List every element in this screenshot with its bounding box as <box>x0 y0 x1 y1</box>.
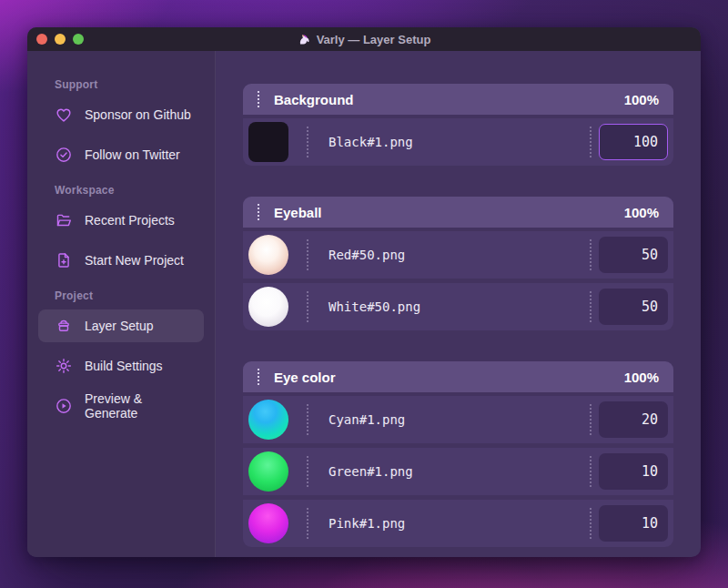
layer-filename: Green#1.png <box>329 464 590 479</box>
drag-handle-icon[interactable] <box>258 369 259 385</box>
verified-badge-icon <box>55 146 73 164</box>
layer-thumbnail-pink-sphere <box>248 503 288 543</box>
window-title: Varly — Layer Setup <box>27 33 701 46</box>
layer-group-eye-color: Eye color 100% Cyan#1.png Green#1.png <box>243 361 673 547</box>
sidebar-item-label: Start New Project <box>85 253 184 268</box>
app-window: Varly — Layer Setup Support Sponsor on G… <box>27 27 701 557</box>
layer-filename: Pink#1.png <box>329 516 590 531</box>
dotted-divider <box>590 404 592 435</box>
dotted-divider <box>590 508 592 539</box>
dotted-divider <box>307 404 308 435</box>
heart-icon <box>55 106 73 124</box>
sidebar-item-label: Layer Setup <box>85 319 154 333</box>
group-title: Eye color <box>274 370 336 385</box>
group-opacity: 100% <box>624 205 659 220</box>
group-opacity: 100% <box>624 92 659 107</box>
layer-filename: Red#50.png <box>329 248 590 262</box>
layer-weight-input[interactable] <box>599 453 668 490</box>
layer-filename: Black#1.png <box>329 135 590 149</box>
layer-row[interactable]: White#50.png <box>243 283 673 330</box>
sidebar-item-recent-projects[interactable]: Recent Projects <box>38 204 204 237</box>
sidebar-item-build-settings[interactable]: Build Settings <box>38 350 204 382</box>
folder-open-icon <box>55 211 73 229</box>
window-title-text: Varly — Layer Setup <box>317 33 431 46</box>
zoom-button[interactable] <box>73 34 84 45</box>
group-title: Background <box>274 92 354 107</box>
dotted-divider <box>590 239 592 270</box>
sidebar-section-workspace: Workspace <box>38 184 204 197</box>
layer-weight-input[interactable] <box>599 401 668 438</box>
layer-thumbnail-white-sphere <box>248 287 288 327</box>
dotted-divider <box>307 127 308 157</box>
sidebar-item-preview-generate[interactable]: Preview & Generate <box>38 390 204 422</box>
layer-row[interactable]: Black#1.png <box>243 118 673 166</box>
layer-filename: White#50.png <box>329 299 590 314</box>
layer-row[interactable]: Cyan#1.png <box>243 396 673 443</box>
sidebar-item-label: Recent Projects <box>85 213 175 228</box>
dotted-divider <box>307 239 308 270</box>
layer-row[interactable]: Red#50.png <box>243 231 673 279</box>
layer-group-background: Background 100% Black#1.png <box>243 84 673 166</box>
desktop-wallpaper: Varly — Layer Setup Support Sponsor on G… <box>0 0 728 588</box>
layer-weight-input[interactable] <box>599 124 668 160</box>
group-header[interactable]: Background 100% <box>243 84 673 115</box>
layer-filename: Cyan#1.png <box>329 412 590 427</box>
layer-thumbnail-black <box>248 122 288 162</box>
layer-row[interactable]: Pink#1.png <box>243 500 673 547</box>
layer-row[interactable]: Green#1.png <box>243 448 673 495</box>
sidebar-item-label: Sponsor on Github <box>85 107 191 122</box>
close-button[interactable] <box>36 34 47 45</box>
sidebar-item-label: Preview & Generate <box>85 391 195 421</box>
minimize-button[interactable] <box>55 34 66 45</box>
layer-thumbnail-red-sphere <box>248 235 288 275</box>
layer-thumbnail-cyan-sphere <box>248 400 288 440</box>
dotted-divider <box>590 291 592 322</box>
drag-handle-icon[interactable] <box>258 204 259 220</box>
group-header[interactable]: Eyeball 100% <box>243 197 673 228</box>
drag-handle-icon[interactable] <box>258 91 259 107</box>
sidebar-item-start-new-project[interactable]: Start New Project <box>38 244 204 277</box>
layers-panel: Background 100% Black#1.png Eyeball <box>216 51 701 557</box>
layer-weight-input[interactable] <box>599 289 668 325</box>
sidebar-section-project: Project <box>38 289 204 302</box>
sidebar-item-follow-twitter[interactable]: Follow on Twitter <box>38 138 204 171</box>
layer-thumbnail-green-sphere <box>248 451 288 492</box>
dotted-divider <box>590 456 592 487</box>
group-title: Eyeball <box>274 205 322 220</box>
layer-group-eyeball: Eyeball 100% Red#50.png White#50.png <box>243 197 673 330</box>
dotted-divider <box>590 127 592 157</box>
layers-archive-icon <box>55 317 73 335</box>
sidebar-item-label: Build Settings <box>85 359 163 373</box>
traffic-lights <box>36 34 84 45</box>
dotted-divider <box>307 456 308 487</box>
sidebar-section-support: Support <box>38 78 204 91</box>
gear-icon <box>55 357 73 375</box>
dotted-divider <box>307 508 308 539</box>
dotted-divider <box>307 291 308 322</box>
file-plus-icon <box>55 251 73 269</box>
unicorn-app-icon <box>298 33 311 46</box>
layer-weight-input[interactable] <box>599 237 668 273</box>
layer-weight-input[interactable] <box>599 505 668 542</box>
sidebar-item-label: Follow on Twitter <box>85 147 180 162</box>
titlebar[interactable]: Varly — Layer Setup <box>27 27 701 51</box>
group-opacity: 100% <box>624 370 659 385</box>
sidebar-item-sponsor-github[interactable]: Sponsor on Github <box>38 98 204 131</box>
play-circle-icon <box>55 397 73 415</box>
sidebar: Support Sponsor on Github Follow on Twit… <box>27 51 216 557</box>
group-header[interactable]: Eye color 100% <box>243 361 673 392</box>
sidebar-item-layer-setup[interactable]: Layer Setup <box>38 309 204 342</box>
